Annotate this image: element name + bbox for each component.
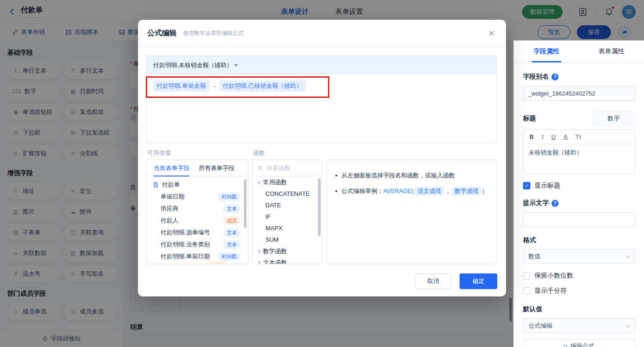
variables-root-node[interactable]: 付款单 <box>147 179 248 191</box>
variable-item[interactable]: 单据日期 时间戳 <box>147 191 248 203</box>
checkbox-empty-icon[interactable] <box>523 287 530 295</box>
variables-root-label: 付款单 <box>162 181 180 189</box>
function-name: IF <box>265 213 271 220</box>
rich-text-toolbar: B I U A Tᴛ <box>523 130 634 144</box>
variable-name: 付款明细.源单编号 <box>161 228 223 237</box>
tab-form-properties[interactable]: 表单属性 <box>579 40 644 62</box>
variable-name: 付款人 <box>161 216 223 225</box>
function-name: 常用函数 <box>263 178 287 187</box>
hint-text: 从左侧面板选择字段名和函数，或输入函数 <box>341 170 455 181</box>
format-value: 数值 <box>529 252 540 261</box>
function-item[interactable]: MAPX <box>253 222 322 234</box>
variable-type-badge: 时间戳 <box>218 193 241 201</box>
variable-name: 单据日期 <box>161 193 218 201</box>
thousands-checkbox-row[interactable]: 显示千分符 <box>523 287 635 295</box>
functions-scrollbar[interactable] <box>318 178 321 236</box>
variable-name: 付款明细.单据日期 <box>161 252 218 261</box>
show-title-label: 显示标题 <box>535 182 560 190</box>
variables-scrollbar[interactable] <box>244 179 247 228</box>
formula-editor-modal: 公式编辑 使用数学运算符编辑公式 ✕ 付款明细.未核销金额（辅助） = 付款明细… <box>138 20 506 296</box>
example-token: 语文成绩 <box>414 187 444 195</box>
tab-current-form-fields[interactable]: 当前表单字段 <box>154 160 190 176</box>
formula-target: 付款明细.未核销金额（辅助） = <box>147 56 496 74</box>
close-icon[interactable]: ✕ <box>486 28 497 40</box>
show-title-checkbox-row[interactable]: ✓ 显示标题 <box>523 182 635 190</box>
variable-type-badge: 文本 <box>223 228 241 237</box>
default-value-label: 默认值 <box>523 305 635 313</box>
chevron-down-icon <box>626 323 631 328</box>
tab-all-form-fields[interactable]: 所有表单字段 <box>199 160 235 176</box>
edit-formula-button[interactable]: fx 编辑公式 <box>523 339 635 347</box>
variable-item[interactable]: 付款明细.业务类别 文本 <box>147 239 248 250</box>
variable-item[interactable]: 付款人 成员 <box>147 215 248 227</box>
functions-list: 常用函数 CONCATENATE DATE IF <box>253 176 322 264</box>
form-doc-icon <box>152 182 159 188</box>
bold-icon[interactable]: B <box>529 133 534 140</box>
field-alias-label: 字段别名 ? <box>523 73 635 81</box>
modal-footer: 取消 确定 <box>138 273 497 289</box>
functions-panel: 常用函数 CONCATENATE DATE IF <box>252 159 322 264</box>
help-icon[interactable]: ? <box>552 74 558 80</box>
function-item[interactable]: 文本函数 <box>253 257 322 264</box>
function-item[interactable]: 数学函数 <box>253 245 322 257</box>
function-name: CONCATENATE <box>265 190 310 197</box>
font-color-icon[interactable]: A <box>564 133 568 140</box>
hint-line-1: 从左侧面板选择字段名和函数，或输入函数 <box>335 170 488 181</box>
variables-list: 单据日期 时间戳 供应商 文本 付款人 成员 付款明细.源单编号 文本 <box>147 191 248 262</box>
decimal-checkbox-row[interactable]: 保留小数位数 <box>523 272 635 280</box>
function-item[interactable]: DATE <box>253 199 322 211</box>
default-value: 公式编辑 <box>529 322 552 330</box>
checkbox-checked-icon[interactable]: ✓ <box>523 182 530 189</box>
field-alias-input[interactable] <box>523 86 635 101</box>
formula-hints-panel: 从左侧面板选择字段名和函数，或输入函数 公式编辑举例：AVERAGE(语文成绩，… <box>327 159 497 264</box>
function-name: 文本函数 <box>263 259 287 265</box>
function-item[interactable]: CONCATENATE <box>253 188 322 199</box>
cancel-button[interactable]: 取消 <box>415 273 451 289</box>
variables-label: 可用变量 <box>147 149 171 157</box>
function-name: DATE <box>265 202 281 209</box>
default-value-select[interactable]: 公式编辑 <box>523 319 635 333</box>
fx-icon: fx <box>564 342 568 347</box>
tree-chevron-icon <box>257 249 260 253</box>
variable-item[interactable]: 付款明细.源单编号 文本 <box>147 227 248 239</box>
format-label: 格式 <box>523 236 635 245</box>
formula-token[interactable]: - <box>213 83 215 90</box>
hint-text-input[interactable] <box>523 212 635 227</box>
function-item[interactable]: IF <box>253 211 322 222</box>
edit-formula-label: 编辑公式 <box>570 342 594 347</box>
function-item[interactable]: SUM <box>253 234 322 245</box>
bullet-dot <box>335 175 337 176</box>
formula-editor-area[interactable]: 付款明细.单据金额 - 付款明细.已核销金额（辅助） <box>147 74 496 97</box>
partial-badge <box>207 261 228 264</box>
example-token: 数学成绩 <box>452 187 481 195</box>
function-name: 数学函数 <box>263 247 287 256</box>
confirm-button[interactable]: 确定 <box>460 273 497 289</box>
variable-item[interactable]: 付款明细.单据日期 时间戳 <box>147 250 248 262</box>
italic-icon[interactable]: I <box>541 133 543 141</box>
help-icon[interactable]: ? <box>552 200 558 207</box>
function-name: SUM <box>265 236 279 243</box>
variable-item[interactable]: 供应商 文本 <box>147 203 248 215</box>
variable-type-badge: 文本 <box>223 240 241 249</box>
title-rich-editor: B I U A Tᴛ 未核销金额（辅助） <box>523 129 635 174</box>
formula-token[interactable]: 付款明细.已核销金额（辅助） <box>219 80 305 91</box>
function-search-input[interactable] <box>266 165 317 171</box>
formula-token[interactable]: 付款明细.单据金额 <box>153 80 209 91</box>
format-select[interactable]: 数值 <box>523 249 635 264</box>
variable-type-badge: 文本 <box>223 205 241 213</box>
title-value-input[interactable]: 未核销金额（辅助） <box>523 144 634 174</box>
tab-field-properties[interactable]: 字段属性 <box>514 40 579 62</box>
underline-icon[interactable]: U <box>552 133 556 140</box>
function-search <box>253 160 322 176</box>
modal-header: 公式编辑 使用数学运算符编辑公式 ✕ <box>138 20 506 47</box>
tree-chevron-icon <box>257 180 261 183</box>
variable-name: 供应商 <box>161 205 223 213</box>
variable-type-badge: 成员 <box>223 216 241 225</box>
search-icon <box>257 165 263 171</box>
font-size-icon[interactable]: Tᴛ <box>575 133 582 140</box>
title-label: 标题 <box>523 114 536 123</box>
checkbox-empty-icon[interactable] <box>523 272 530 279</box>
modal-title: 公式编辑 <box>147 28 177 38</box>
function-item[interactable]: 常用函数 <box>253 176 322 188</box>
tree-chevron-icon <box>257 261 260 264</box>
